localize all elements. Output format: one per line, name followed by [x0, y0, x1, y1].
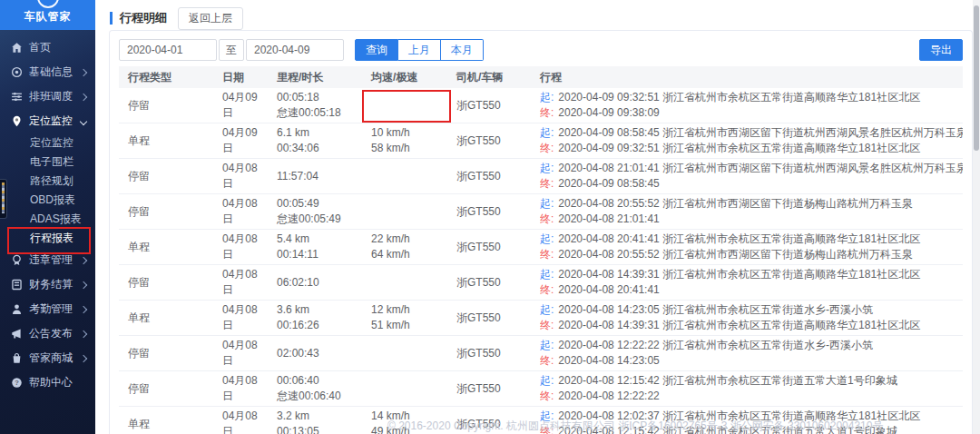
mileage-duration-cell: 3.2 km00:13:05	[268, 407, 362, 434]
sidebar-item-basic-info[interactable]: 基础信息	[0, 60, 95, 84]
column-header: 行程	[531, 66, 963, 88]
trip-type-cell: 停留	[119, 88, 213, 123]
this-month-button[interactable]: 本月	[441, 39, 484, 61]
info-icon	[11, 66, 23, 78]
date-from-input[interactable]	[119, 39, 217, 61]
table-row: 单程 04月08日 3.6 km00:16:26 12 km/h51 km/h …	[119, 301, 963, 336]
table-row: 停留 04月08日 02:00:43 浙GT550 起:2020-04-08 1…	[119, 336, 963, 371]
end-address: 2020-04-08 20:55:52 浙江省杭州市西湖区留下街道杨梅山路杭州万…	[558, 248, 913, 261]
page-header: 行程明细 返回上层	[95, 0, 980, 29]
sidebar-item-attendance-mgmt[interactable]: 考勤管理	[0, 297, 95, 321]
end-address: 2020-04-09 09:38:09	[558, 106, 659, 119]
attendance-icon	[11, 303, 23, 315]
sidebar-item-location-monitor[interactable]: 定位监控	[0, 109, 95, 133]
trip-type-cell: 停留	[119, 159, 213, 194]
end-address: 2020-04-08 20:41:41	[558, 283, 659, 296]
date-range-separator: 至	[219, 39, 244, 61]
trip-type-cell: 单程	[119, 407, 213, 434]
trip-type-cell: 单程	[119, 123, 213, 159]
finance-icon	[11, 279, 23, 291]
sidebar-subitem-location-monitor-sub[interactable]: 定位监控	[0, 133, 95, 153]
title-accent-bar	[110, 12, 113, 25]
start-address: 2020-04-08 12:22:22 浙江省杭州市余杭区五常街道水乡-西溪小筑	[558, 339, 873, 351]
schedule-icon	[11, 91, 23, 103]
sidebar-subitem-route-planning[interactable]: 路径规划	[0, 172, 95, 191]
start-label: 起:	[540, 232, 554, 245]
trip-date-cell: 04月08日	[213, 301, 268, 336]
start-label: 起:	[540, 197, 554, 210]
mileage-duration-cell: 02:00:43	[268, 336, 362, 371]
trip-route-cell: 起:2020-04-08 12:15:42 浙江省杭州市余杭区五常街道五常大道1…	[531, 371, 963, 407]
trip-date-cell: 04月09日	[213, 88, 268, 123]
sidebar-item-label: 帮助中心	[29, 375, 86, 390]
end-address: 2020-04-08 21:01:41	[558, 212, 659, 225]
sidebar-item-mall[interactable]: 管家商城	[0, 346, 95, 370]
mileage-duration-cell: 6.1 km00:34:06	[268, 123, 362, 159]
chevron-right-icon	[80, 305, 87, 312]
sidebar-item-label: 违章管理	[29, 252, 81, 268]
chevron-right-icon	[80, 281, 87, 288]
app-name: 车队管家	[0, 9, 95, 25]
sidebar-item-label: 管家商城	[29, 350, 81, 366]
back-button[interactable]: 返回上层	[178, 7, 243, 30]
trip-route-cell: 起:2020-04-09 08:58:45 浙江省杭州市西湖区留下街道杭州西湖风…	[531, 123, 963, 159]
mileage-duration-cell: 06:02:10	[268, 265, 362, 301]
sidebar-item-finance-settle[interactable]: 财务结算	[0, 272, 95, 297]
start-address: 2020-04-09 08:58:45 浙江省杭州市西湖区留下街道杭州西湖风景名…	[558, 126, 963, 139]
home-icon	[11, 42, 23, 54]
sidebar-subitem-geo-fence[interactable]: 电子围栏	[0, 153, 95, 172]
speed-cell: 12 km/h51 km/h	[362, 301, 447, 336]
speed-cell: 22 km/h64 km/h	[362, 230, 447, 265]
feedback-side-tab[interactable]	[0, 179, 7, 219]
sidebar-menu: 首页基础信息排班调度定位监控定位监控电子围栏路径规划OBD报表ADAS报表行程报…	[0, 30, 95, 395]
query-button[interactable]: 查询	[355, 39, 398, 61]
sidebar-item-home[interactable]: 首页	[0, 35, 95, 60]
start-address: 2020-04-08 21:01:41 浙江省杭州市西湖区留下街道杭州西湖风景名…	[558, 162, 963, 174]
table-header-row: 行程类型日期里程/时长均速/极速司机/车辆行程	[119, 66, 963, 88]
mileage-duration-cell: 00:05:18怠速00:05:18	[268, 88, 362, 123]
scrollbar-thumb[interactable]	[974, 5, 979, 151]
end-address: 2020-04-09 08:58:45	[558, 177, 659, 190]
speed-cell	[362, 265, 447, 301]
trip-route-cell: 起:2020-04-09 09:32:51 浙江省杭州市余杭区五常街道高顺路华立…	[531, 88, 963, 123]
export-button[interactable]: 导出	[919, 39, 963, 61]
svg-text:?: ?	[15, 379, 19, 387]
page-title: 行程明细	[120, 10, 167, 26]
trip-route-cell: 起:2020-04-08 12:22:22 浙江省杭州市余杭区五常街道水乡-西溪…	[531, 336, 963, 371]
trip-type-cell: 停留	[119, 371, 213, 407]
sidebar-subitem-adas-report[interactable]: ADAS报表	[0, 210, 95, 229]
mileage-duration-cell: 11:57:04	[268, 159, 362, 194]
trip-route-cell: 起:2020-04-08 20:55:52 浙江省杭州市西湖区留下街道杨梅山路杭…	[531, 194, 963, 230]
sidebar-item-help-center[interactable]: ?帮助中心	[0, 370, 95, 395]
sidebar-item-label: 排班调度	[29, 89, 81, 104]
end-address: 2020-04-08 12:22:22	[558, 390, 659, 402]
sidebar-subitem-trip-report[interactable]: 行程报表	[0, 229, 95, 248]
trip-date-cell: 04月08日	[213, 407, 268, 434]
chevron-right-icon	[80, 68, 87, 75]
trip-type-cell: 单程	[119, 230, 213, 265]
speed-cell	[362, 371, 447, 407]
start-label: 起:	[540, 91, 554, 104]
start-address: 2020-04-08 12:15:42 浙江省杭州市余杭区五常街道五常大道1号印…	[558, 374, 897, 387]
speed-cell: 10 km/h58 km/h	[362, 123, 447, 159]
table-row: 单程 04月09日 6.1 km00:34:06 10 km/h58 km/h …	[119, 123, 963, 159]
chevron-right-icon	[80, 93, 87, 100]
table-row: 停留 04月08日 00:06:40怠速00:06:40 浙GT550 起:20…	[119, 371, 963, 407]
sidebar-subitem-obd-report[interactable]: OBD报表	[0, 191, 95, 210]
chevron-right-icon	[80, 354, 87, 361]
sidebar-item-violation-mgmt[interactable]: 违章管理	[0, 248, 95, 272]
trip-route-cell: 起:2020-04-08 14:23:05 浙江省杭州市余杭区五常街道水乡-西溪…	[531, 301, 963, 336]
date-to-input[interactable]	[246, 39, 344, 61]
end-label: 终:	[540, 319, 554, 331]
driver-vehicle-cell: 浙GT550	[447, 88, 531, 123]
end-label: 终:	[540, 283, 554, 296]
sidebar-item-label: 公告发布	[29, 326, 81, 341]
sidebar-item-scheduling[interactable]: 排班调度	[0, 84, 95, 109]
column-header: 行程类型	[119, 66, 213, 88]
end-address: 2020-04-08 14:23:05	[558, 354, 659, 367]
start-address: 2020-04-08 20:41:41 浙江省杭州市余杭区五常街道高顺路华立18…	[558, 232, 920, 245]
sidebar-item-announcement[interactable]: 公告发布	[0, 321, 95, 346]
chevron-right-icon	[80, 256, 87, 263]
last-month-button[interactable]: 上月	[398, 39, 441, 61]
vertical-scrollbar[interactable]	[973, 0, 980, 434]
